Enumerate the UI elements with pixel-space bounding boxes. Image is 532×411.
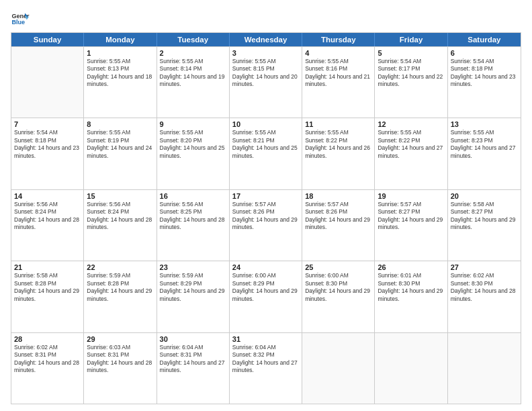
cal-cell: 8Sunrise: 5:55 AM Sunset: 8:19 PM Daylig…: [84, 118, 157, 189]
header-day-tuesday: Tuesday: [157, 33, 230, 46]
calendar-header: SundayMondayTuesdayWednesdayThursdayFrid…: [11, 33, 521, 46]
cal-cell: [11, 47, 84, 118]
cell-info: Sunrise: 5:55 AM Sunset: 8:23 PM Dayligh…: [451, 129, 518, 160]
cell-info: Sunrise: 5:56 AM Sunset: 8:24 PM Dayligh…: [14, 201, 81, 232]
day-number: 8: [87, 120, 153, 128]
cell-info: Sunrise: 5:55 AM Sunset: 8:14 PM Dayligh…: [160, 58, 226, 89]
cal-cell: 10Sunrise: 5:55 AM Sunset: 8:21 PM Dayli…: [230, 118, 302, 189]
day-number: 1: [87, 49, 153, 57]
day-number: 3: [232, 49, 299, 57]
header-day-wednesday: Wednesday: [230, 33, 302, 46]
cell-info: Sunrise: 5:56 AM Sunset: 8:25 PM Dayligh…: [160, 201, 226, 232]
cell-info: Sunrise: 5:55 AM Sunset: 8:22 PM Dayligh…: [305, 129, 371, 160]
page: General Blue SundayMondayTuesdayWednesda…: [0, 0, 532, 411]
cal-cell: 25Sunrise: 6:00 AM Sunset: 8:30 PM Dayli…: [302, 261, 375, 332]
cell-info: Sunrise: 5:58 AM Sunset: 8:27 PM Dayligh…: [451, 201, 518, 232]
cell-info: Sunrise: 5:58 AM Sunset: 8:28 PM Dayligh…: [14, 272, 81, 303]
cal-cell: 30Sunrise: 6:04 AM Sunset: 8:31 PM Dayli…: [157, 333, 230, 404]
svg-text:Blue: Blue: [11, 19, 25, 26]
cal-cell: 23Sunrise: 5:59 AM Sunset: 8:29 PM Dayli…: [157, 261, 230, 332]
cell-info: Sunrise: 6:00 AM Sunset: 8:29 PM Dayligh…: [232, 272, 299, 303]
cal-cell: 15Sunrise: 5:56 AM Sunset: 8:24 PM Dayli…: [84, 190, 157, 261]
cal-cell: 22Sunrise: 5:59 AM Sunset: 8:28 PM Dayli…: [84, 261, 157, 332]
cell-info: Sunrise: 5:55 AM Sunset: 8:21 PM Dayligh…: [232, 129, 299, 160]
cal-cell: 7Sunrise: 5:54 AM Sunset: 8:18 PM Daylig…: [11, 118, 84, 189]
cell-info: Sunrise: 6:01 AM Sunset: 8:30 PM Dayligh…: [378, 272, 444, 303]
calendar-body: 1Sunrise: 5:55 AM Sunset: 8:13 PM Daylig…: [11, 46, 521, 404]
day-number: 6: [451, 49, 518, 57]
day-number: 17: [232, 192, 299, 200]
cell-info: Sunrise: 6:02 AM Sunset: 8:31 PM Dayligh…: [14, 344, 81, 375]
cell-info: Sunrise: 6:02 AM Sunset: 8:30 PM Dayligh…: [451, 272, 518, 303]
logo: General Blue: [11, 9, 30, 28]
day-number: 26: [378, 263, 444, 271]
day-number: 11: [305, 120, 371, 128]
cal-cell: [448, 333, 521, 404]
cal-cell: 12Sunrise: 5:55 AM Sunset: 8:22 PM Dayli…: [375, 118, 447, 189]
day-number: 22: [87, 263, 153, 271]
week-row-3: 14Sunrise: 5:56 AM Sunset: 8:24 PM Dayli…: [11, 189, 521, 261]
cell-info: Sunrise: 5:55 AM Sunset: 8:20 PM Dayligh…: [160, 129, 226, 160]
calendar: SundayMondayTuesdayWednesdayThursdayFrid…: [11, 32, 521, 404]
cal-cell: 14Sunrise: 5:56 AM Sunset: 8:24 PM Dayli…: [11, 190, 84, 261]
day-number: 2: [160, 49, 226, 57]
cal-cell: 20Sunrise: 5:58 AM Sunset: 8:27 PM Dayli…: [448, 190, 521, 261]
week-row-1: 1Sunrise: 5:55 AM Sunset: 8:13 PM Daylig…: [11, 46, 521, 118]
cell-info: Sunrise: 5:56 AM Sunset: 8:24 PM Dayligh…: [87, 201, 153, 232]
header-day-sunday: Sunday: [11, 33, 84, 46]
cell-info: Sunrise: 5:59 AM Sunset: 8:29 PM Dayligh…: [160, 272, 226, 303]
day-number: 9: [160, 120, 226, 128]
day-number: 24: [232, 263, 299, 271]
cal-cell: 2Sunrise: 5:55 AM Sunset: 8:14 PM Daylig…: [157, 47, 230, 118]
day-number: 30: [160, 335, 226, 343]
day-number: 23: [160, 263, 226, 271]
day-number: 5: [378, 49, 444, 57]
week-row-2: 7Sunrise: 5:54 AM Sunset: 8:18 PM Daylig…: [11, 118, 521, 189]
day-number: 21: [14, 263, 81, 271]
header-day-monday: Monday: [84, 33, 157, 46]
header-day-friday: Friday: [375, 33, 447, 46]
day-number: 18: [305, 192, 371, 200]
cal-cell: 11Sunrise: 5:55 AM Sunset: 8:22 PM Dayli…: [302, 118, 375, 189]
day-number: 13: [451, 120, 518, 128]
header-day-thursday: Thursday: [302, 33, 375, 46]
cell-info: Sunrise: 5:54 AM Sunset: 8:18 PM Dayligh…: [14, 129, 81, 160]
cal-cell: 18Sunrise: 5:57 AM Sunset: 8:26 PM Dayli…: [302, 190, 375, 261]
cal-cell: 19Sunrise: 5:57 AM Sunset: 8:27 PM Dayli…: [375, 190, 447, 261]
cell-info: Sunrise: 5:55 AM Sunset: 8:22 PM Dayligh…: [378, 129, 444, 160]
header: General Blue: [11, 9, 521, 28]
day-number: 29: [87, 335, 153, 343]
cell-info: Sunrise: 5:55 AM Sunset: 8:19 PM Dayligh…: [87, 129, 153, 160]
day-number: 14: [14, 192, 81, 200]
day-number: 4: [305, 49, 371, 57]
cal-cell: 27Sunrise: 6:02 AM Sunset: 8:30 PM Dayli…: [448, 261, 521, 332]
day-number: 25: [305, 263, 371, 271]
cell-info: Sunrise: 6:04 AM Sunset: 8:32 PM Dayligh…: [232, 344, 299, 375]
day-number: 7: [14, 120, 81, 128]
week-row-5: 28Sunrise: 6:02 AM Sunset: 8:31 PM Dayli…: [11, 332, 521, 404]
cal-cell: 17Sunrise: 5:57 AM Sunset: 8:26 PM Dayli…: [230, 190, 302, 261]
day-number: 12: [378, 120, 444, 128]
day-number: 16: [160, 192, 226, 200]
cal-cell: 28Sunrise: 6:02 AM Sunset: 8:31 PM Dayli…: [11, 333, 84, 404]
cell-info: Sunrise: 5:55 AM Sunset: 8:16 PM Dayligh…: [305, 58, 371, 89]
cell-info: Sunrise: 5:55 AM Sunset: 8:13 PM Dayligh…: [87, 58, 153, 89]
cal-cell: 4Sunrise: 5:55 AM Sunset: 8:16 PM Daylig…: [302, 47, 375, 118]
cell-info: Sunrise: 6:00 AM Sunset: 8:30 PM Dayligh…: [305, 272, 371, 303]
cell-info: Sunrise: 5:57 AM Sunset: 8:27 PM Dayligh…: [378, 201, 444, 232]
cell-info: Sunrise: 5:57 AM Sunset: 8:26 PM Dayligh…: [305, 201, 371, 232]
cal-cell: 29Sunrise: 6:03 AM Sunset: 8:31 PM Dayli…: [84, 333, 157, 404]
cell-info: Sunrise: 5:57 AM Sunset: 8:26 PM Dayligh…: [232, 201, 299, 232]
day-number: 19: [378, 192, 444, 200]
day-number: 10: [232, 120, 299, 128]
day-number: 27: [451, 263, 518, 271]
cal-cell: 1Sunrise: 5:55 AM Sunset: 8:13 PM Daylig…: [84, 47, 157, 118]
cal-cell: 24Sunrise: 6:00 AM Sunset: 8:29 PM Dayli…: [230, 261, 302, 332]
cal-cell: 31Sunrise: 6:04 AM Sunset: 8:32 PM Dayli…: [230, 333, 302, 404]
cal-cell: 3Sunrise: 5:55 AM Sunset: 8:15 PM Daylig…: [230, 47, 302, 118]
day-number: 28: [14, 335, 81, 343]
cell-info: Sunrise: 6:03 AM Sunset: 8:31 PM Dayligh…: [87, 344, 153, 375]
cal-cell: [375, 333, 447, 404]
cal-cell: 13Sunrise: 5:55 AM Sunset: 8:23 PM Dayli…: [448, 118, 521, 189]
day-number: 15: [87, 192, 153, 200]
